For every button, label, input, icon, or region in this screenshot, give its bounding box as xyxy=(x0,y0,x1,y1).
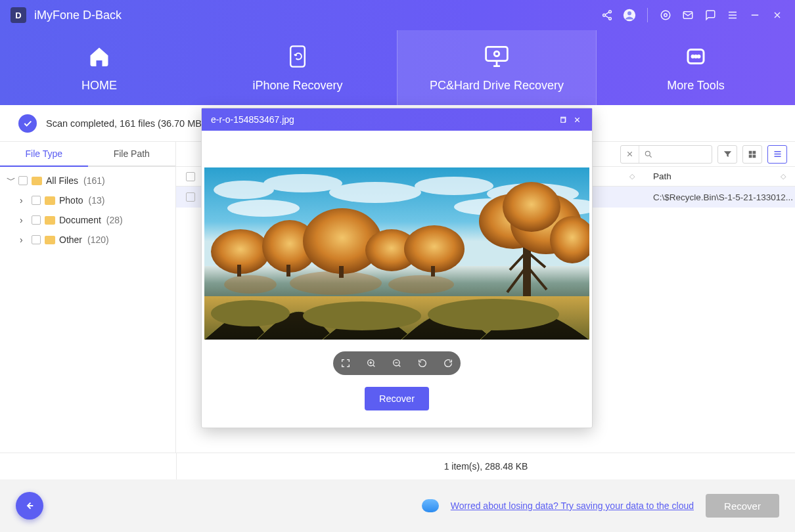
zoom-out-icon[interactable] xyxy=(388,354,406,372)
tree-root-all-files[interactable]: ﹀ All Files (161) xyxy=(0,171,175,190)
more-icon xyxy=(683,43,709,70)
folder-icon xyxy=(32,177,42,185)
tree-item-photo[interactable]: › Photo (13) xyxy=(0,190,175,210)
column-header-path[interactable]: Path ◇ xyxy=(644,171,795,181)
tree-label: Photo xyxy=(59,195,83,206)
tree-count: (161) xyxy=(83,175,105,186)
svg-rect-42 xyxy=(431,266,435,277)
list-view-button[interactable] xyxy=(767,145,787,164)
row-checkbox[interactable] xyxy=(186,192,195,202)
tree-label: Document xyxy=(59,215,101,225)
preview-titlebar[interactable]: e-r-o-154853467.jpg xyxy=(202,108,592,131)
status-text: Scan completed, 161 files (36.70 MB) h xyxy=(46,118,213,129)
svg-point-12 xyxy=(692,55,694,57)
tree-count: (28) xyxy=(106,215,123,225)
nav-home[interactable]: HOME xyxy=(0,30,198,105)
tree-label: All Files xyxy=(46,175,78,186)
search-box[interactable] xyxy=(620,145,712,164)
svg-point-6 xyxy=(664,14,668,17)
row-path: C:\$Recycle.Bin\S-1-5-21-133012... xyxy=(644,192,795,202)
svg-point-51 xyxy=(428,299,559,330)
checkbox[interactable] xyxy=(32,235,41,244)
svg-rect-39 xyxy=(237,265,241,277)
svg-point-14 xyxy=(698,55,700,57)
preview-recover-button[interactable]: Recover xyxy=(365,387,429,410)
cloud-link[interactable]: Worred about losing data? Try saving you… xyxy=(451,500,694,511)
zoom-in-icon[interactable] xyxy=(362,354,380,372)
nav-iphone-recovery[interactable]: iPhone Recovery xyxy=(198,30,397,105)
chevron-down-icon[interactable]: ﹀ xyxy=(7,175,14,187)
tree-item-document[interactable]: › Document (28) xyxy=(0,210,175,230)
cloud-icon xyxy=(422,499,439,512)
tree-item-other[interactable]: › Other (120) xyxy=(0,230,175,250)
folder-icon xyxy=(45,236,55,244)
nav-label: PC&Hard Drive Recovery xyxy=(430,79,564,93)
svg-rect-9 xyxy=(486,47,508,60)
svg-rect-40 xyxy=(286,265,290,277)
svg-rect-18 xyxy=(749,154,752,158)
mail-icon[interactable] xyxy=(681,8,695,22)
sort-icon[interactable]: ◇ xyxy=(629,172,635,181)
filter-button[interactable] xyxy=(717,145,737,164)
svg-point-5 xyxy=(661,11,670,20)
feedback-icon[interactable] xyxy=(703,8,717,22)
fullscreen-icon[interactable] xyxy=(336,354,355,372)
svg-point-1 xyxy=(603,14,606,16)
share-icon[interactable] xyxy=(600,8,614,22)
nav-more-tools[interactable]: More Tools xyxy=(597,30,795,105)
search-icon[interactable] xyxy=(639,146,658,163)
chevron-right-icon[interactable]: › xyxy=(20,215,28,225)
tree-label: Other xyxy=(59,234,82,245)
footer: Worred about losing data? Try saving you… xyxy=(0,479,795,532)
gear-icon[interactable] xyxy=(658,8,673,22)
grid-view-button[interactable] xyxy=(742,145,762,164)
sort-icon[interactable]: ◇ xyxy=(781,172,786,181)
preview-dialog: e-r-o-154853467.jpg xyxy=(201,108,593,428)
nav-label: More Tools xyxy=(667,79,725,93)
nav-pc-recovery[interactable]: PC&Hard Drive Recovery xyxy=(397,30,597,105)
sidebar-tab-file-type[interactable]: File Type xyxy=(0,142,88,167)
checkbox[interactable] xyxy=(32,215,41,225)
app-title: iMyFone D-Back xyxy=(34,9,122,22)
app-logo: D xyxy=(11,7,26,23)
column-label: Path xyxy=(653,171,671,181)
chevron-right-icon[interactable]: › xyxy=(20,195,28,206)
checkbox[interactable] xyxy=(32,196,41,205)
back-button[interactable] xyxy=(16,492,43,520)
sidebar: File Type File Path ﹀ All Files (161) › … xyxy=(0,142,176,453)
svg-point-31 xyxy=(290,271,382,295)
svg-point-32 xyxy=(224,275,277,294)
user-icon[interactable] xyxy=(622,8,637,22)
main-nav: HOME iPhone Recovery PC&Hard Drive Recov… xyxy=(0,30,795,105)
svg-point-46 xyxy=(503,182,560,232)
svg-rect-19 xyxy=(753,154,756,158)
tree-count: (120) xyxy=(87,234,109,245)
svg-point-23 xyxy=(263,174,342,192)
rotate-right-icon[interactable] xyxy=(439,354,457,372)
sidebar-tabs: File Type File Path xyxy=(0,142,175,167)
preview-body: Recover xyxy=(202,131,592,428)
svg-rect-41 xyxy=(339,266,344,278)
clear-icon[interactable] xyxy=(621,146,639,163)
chevron-right-icon[interactable]: › xyxy=(20,234,28,245)
svg-point-24 xyxy=(329,182,421,203)
sidebar-tab-file-path[interactable]: File Path xyxy=(88,142,176,167)
phone-refresh-icon xyxy=(284,43,311,70)
restore-window-icon[interactable] xyxy=(555,112,570,127)
monitor-icon xyxy=(484,43,510,70)
close-icon[interactable] xyxy=(570,112,584,127)
svg-rect-16 xyxy=(749,150,752,154)
svg-point-2 xyxy=(609,17,612,20)
svg-point-0 xyxy=(609,11,612,13)
items-summary: 1 item(s), 288.48 KB xyxy=(176,453,795,479)
svg-point-33 xyxy=(388,275,454,294)
close-icon[interactable] xyxy=(770,8,784,22)
menu-icon[interactable] xyxy=(725,8,740,22)
preview-toolbar xyxy=(333,351,461,375)
recover-button[interactable]: Recover xyxy=(706,494,779,518)
minimize-icon[interactable] xyxy=(748,8,762,22)
checkbox[interactable] xyxy=(18,176,28,185)
rotate-left-icon[interactable] xyxy=(413,354,432,372)
nav-label: iPhone Recovery xyxy=(252,79,342,93)
select-all-checkbox[interactable] xyxy=(186,172,195,181)
